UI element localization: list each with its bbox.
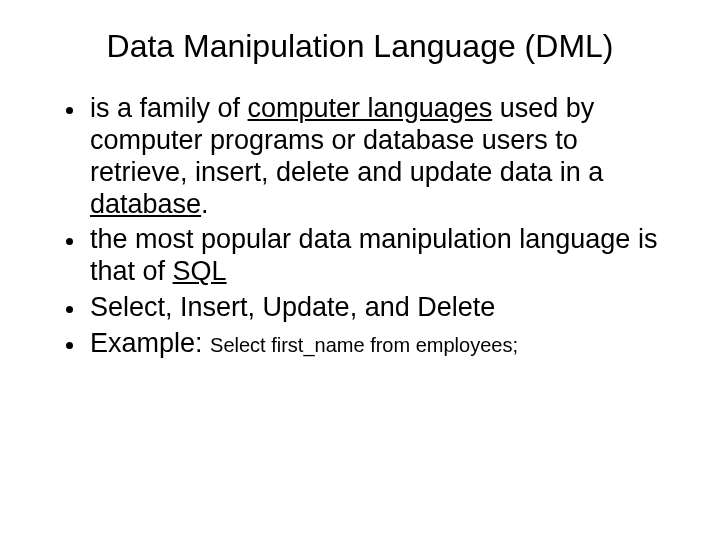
slide: Data Manipulation Language (DML) is a fa…	[0, 0, 720, 540]
text: is a family of	[90, 93, 248, 123]
list-item: the most popular data manipulation langu…	[86, 224, 672, 288]
list-item: is a family of computer languages used b…	[86, 93, 672, 220]
text: .	[201, 189, 209, 219]
link-computer-languages[interactable]: computer languages	[248, 93, 493, 123]
link-database[interactable]: database	[90, 189, 201, 219]
text: Select, Insert, Update, and Delete	[90, 292, 495, 322]
code-example: Select first_name from employees;	[210, 334, 518, 356]
list-item: Select, Insert, Update, and Delete	[86, 292, 672, 324]
bullet-list: is a family of computer languages used b…	[58, 93, 672, 360]
list-item: Example: Select first_name from employee…	[86, 328, 672, 360]
slide-title: Data Manipulation Language (DML)	[48, 28, 672, 65]
text: Example:	[90, 328, 210, 358]
link-sql[interactable]: SQL	[173, 256, 227, 286]
